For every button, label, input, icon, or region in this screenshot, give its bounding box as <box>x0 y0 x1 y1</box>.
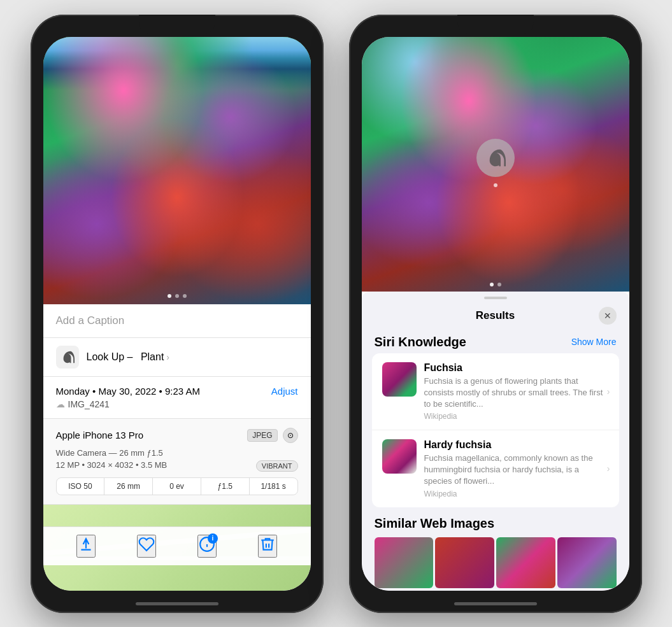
flower-photo-right[interactable] <box>362 37 629 292</box>
siri-knowledge-title: Siri Knowledge <box>375 335 466 349</box>
results-header: Results ✕ <box>362 299 629 330</box>
right-dot-2 <box>497 283 501 286</box>
right-phone: Results ✕ Siri Knowledge Show More <box>349 15 642 613</box>
similar-image-1[interactable] <box>375 537 434 588</box>
device-name: Apple iPhone 13 Pro <box>56 430 144 440</box>
siri-leaf-icon <box>485 148 506 168</box>
metadata-section: Monday • May 30, 2022 • 9:23 AM Adjust ☁… <box>43 377 311 419</box>
leaf-icon <box>61 350 75 364</box>
similar-web-images-section: Similar Web Images <box>362 507 629 588</box>
siri-bubble[interactable] <box>476 139 515 177</box>
cloud-icon: ☁ <box>56 399 65 409</box>
exif-shutter: 1/181 s <box>250 478 297 495</box>
left-screen: Add a Caption Look Up – Plant › Monday •… <box>43 37 311 591</box>
exif-ev: 0 ev <box>153 478 201 495</box>
flower-photo-left[interactable] <box>43 37 311 304</box>
close-button[interactable]: ✕ <box>599 307 617 325</box>
similar-image-2[interactable] <box>435 537 494 588</box>
right-dot-1 <box>490 283 494 286</box>
home-bar-left <box>136 602 218 605</box>
fuchsia-desc: Fuchsia is a genus of flowering plants t… <box>424 376 609 411</box>
right-screen: Results ✕ Siri Knowledge Show More <box>362 37 629 591</box>
exif-iso: ISO 50 <box>57 478 105 495</box>
similar-images-grid[interactable] <box>375 537 617 588</box>
dot-2 <box>175 294 179 298</box>
photo-date: Monday • May 30, 2022 • 9:23 AM <box>56 386 200 397</box>
mp-info: 12 MP • 3024 × 4032 • 3.5 MB <box>56 460 168 470</box>
fuchsia-chevron: › <box>607 386 610 397</box>
fuchsia-text: Fuchsia Fuchsia is a genus of flowering … <box>424 362 609 421</box>
hardy-chevron: › <box>607 463 610 474</box>
tech-specs-row: 12 MP • 3024 × 4032 • 3.5 MB VIBRANT <box>56 460 298 472</box>
heart-icon <box>138 536 155 553</box>
fuchsia-name: Fuchsia <box>424 362 609 374</box>
location-icon: ⊙ <box>283 428 298 443</box>
dot-1 <box>168 294 171 298</box>
lookup-row[interactable]: Look Up – Plant › <box>43 338 311 377</box>
share-button[interactable] <box>76 535 96 558</box>
photo-toolbar: i <box>43 526 311 565</box>
results-title: Results <box>392 309 599 322</box>
knowledge-item-fuchsia[interactable]: Fuchsia Fuchsia is a genus of flowering … <box>372 353 619 431</box>
caption-placeholder: Add a Caption <box>56 314 125 327</box>
results-panel[interactable]: Results ✕ Siri Knowledge Show More <box>362 292 629 591</box>
exif-focal: 26 mm <box>104 478 153 495</box>
left-phone: Add a Caption Look Up – Plant › Monday •… <box>31 15 324 613</box>
vibrant-badge: VIBRANT <box>256 460 298 472</box>
knowledge-card: Fuchsia Fuchsia is a genus of flowering … <box>372 353 619 507</box>
share-icon <box>78 536 94 553</box>
hardy-thumbnail <box>382 439 417 474</box>
hardy-text: Hardy fuchsia Fuchsia magellanica, commo… <box>424 439 609 498</box>
dot-3 <box>183 294 187 298</box>
show-more-button[interactable]: Show More <box>571 337 617 347</box>
trash-icon <box>259 536 276 553</box>
similar-image-4[interactable] <box>557 537 617 588</box>
lookup-label: Look Up – Plant › <box>87 351 170 363</box>
similar-image-3[interactable] <box>496 537 555 588</box>
close-icon: ✕ <box>604 311 611 321</box>
caption-area[interactable]: Add a Caption <box>43 304 311 338</box>
camera-spec: Wide Camera — 26 mm ƒ1.5 <box>56 448 298 458</box>
exif-aperture: ƒ1.5 <box>201 478 250 495</box>
filename-text: IMG_4241 <box>68 399 110 409</box>
page-dots-right <box>490 283 501 286</box>
jpeg-badge: JPEG <box>247 429 277 442</box>
info-badge: i <box>208 533 218 544</box>
adjust-button[interactable]: Adjust <box>271 386 298 397</box>
siri-dot <box>494 183 497 187</box>
exif-row: ISO 50 26 mm 0 ev ƒ1.5 1/181 s <box>56 477 298 495</box>
hardy-desc: Fuchsia magellanica, commonly known as t… <box>424 453 609 488</box>
info-button[interactable]: i <box>197 535 217 558</box>
device-badges: JPEG ⊙ <box>247 428 297 443</box>
home-bar-right <box>454 602 537 605</box>
lookup-icon-bg <box>56 346 79 369</box>
filename-row: ☁ IMG_4241 <box>56 399 298 409</box>
page-dots-left <box>168 294 187 298</box>
hardy-source: Wikipedia <box>424 490 609 498</box>
notch <box>139 15 215 34</box>
lookup-chevron: › <box>166 352 169 362</box>
notch-right <box>457 15 534 34</box>
knowledge-item-hardy[interactable]: Hardy fuchsia Fuchsia magellanica, commo… <box>372 430 619 507</box>
similar-images-title: Similar Web Images <box>375 516 617 531</box>
siri-knowledge-header: Siri Knowledge Show More <box>362 330 629 353</box>
delete-button[interactable] <box>258 535 277 558</box>
fuchsia-thumbnail <box>382 362 417 397</box>
device-section: Apple iPhone 13 Pro JPEG ⊙ Wide Camera —… <box>43 419 311 505</box>
fuchsia-source: Wikipedia <box>424 412 609 421</box>
favorite-button[interactable] <box>137 535 156 558</box>
hardy-name: Hardy fuchsia <box>424 439 609 451</box>
